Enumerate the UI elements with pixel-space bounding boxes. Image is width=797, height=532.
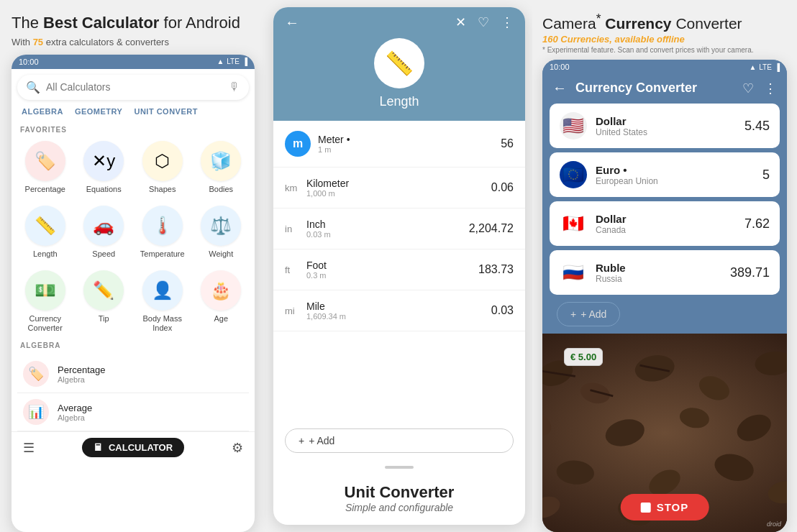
fav-age-label: Age — [214, 314, 228, 324]
fav-equations-label: Equations — [86, 185, 122, 194]
inch-abbr: in — [285, 224, 306, 234]
back-icon[interactable]: ← — [285, 14, 299, 31]
fav-bmi-icon: 👤 — [142, 270, 183, 311]
stop-icon — [641, 503, 651, 513]
flag-ca: 🇨🇦 — [560, 210, 587, 237]
add-currency-plus-icon: + — [570, 308, 576, 320]
cc-back-icon[interactable]: ← — [552, 80, 567, 96]
fav-length-icon: 📏 — [25, 206, 65, 246]
unit-row-foot[interactable]: ft Foot 0.3 m 183.73 — [273, 249, 525, 290]
currency-card-cad[interactable]: 🇨🇦 Dollar Canada 7.62 — [550, 201, 780, 246]
algebra-section: 🏷️ Percentage Algebra 📊 Average Algebra — [12, 355, 255, 431]
algebra-percentage-row[interactable]: 🏷️ Percentage Algebra — [17, 355, 249, 393]
fav-bodies[interactable]: 🧊 Bodies — [193, 137, 250, 198]
search-bar[interactable]: 🔍 🎙 — [17, 75, 249, 100]
fav-temperature[interactable]: 🌡️ Temperature — [135, 201, 191, 263]
unit-row-inch[interactable]: in Inch 0.03 m 2,204.72 — [273, 208, 525, 249]
fav-tip[interactable]: ✏️ Tip — [76, 266, 132, 337]
rub-name: Ruble — [596, 262, 721, 274]
battery-icon: ▐ — [242, 58, 247, 65]
unit-row-mile[interactable]: mi Mile 1,609.34 m 0.03 — [273, 290, 525, 331]
fav-shapes[interactable]: ⬡ Shapes — [135, 137, 191, 198]
km-value: 0.06 — [491, 181, 514, 194]
fav-length[interactable]: 📏 Length — [17, 201, 73, 263]
bottom-bar-1: ☰ 🖩 CALCULATOR ⚙ — [12, 431, 255, 463]
usd-info: Dollar United States — [596, 115, 736, 137]
flag-eu: 🇪🇺 — [560, 161, 587, 188]
fav-tip-label: Tip — [99, 314, 109, 324]
heart-icon[interactable]: ♡ — [478, 14, 489, 31]
cc-heart-icon[interactable]: ♡ — [742, 81, 754, 96]
meter-name: Meter • — [318, 134, 501, 145]
fav-percentage[interactable]: 🏷️ Percentage — [17, 137, 73, 198]
headline-post: for Android — [159, 14, 240, 32]
currency-card-eur[interactable]: 🇪🇺 Euro • European Union 5 — [550, 152, 780, 197]
price-badge: € 5.00 — [564, 348, 603, 366]
panel1-headline: The Best Calculator for Android — [12, 13, 255, 34]
tab-algebra[interactable]: ALGEBRA — [17, 106, 68, 117]
stop-button[interactable]: STOP — [621, 494, 709, 520]
algebra-average-row[interactable]: 📊 Average Algebra — [17, 393, 249, 431]
mile-name: Mile — [306, 301, 491, 312]
fav-equations[interactable]: ✕y Equations — [76, 137, 132, 198]
km-abbr: km — [285, 183, 306, 193]
eur-info: Euro • European Union — [596, 164, 754, 186]
fav-bmi[interactable]: 👤 Body Mass Index — [135, 266, 191, 337]
currency-card-rub[interactable]: 🇷🇺 Ruble Russia 389.71 — [550, 250, 780, 295]
mile-sub: 1,609.34 m — [306, 312, 491, 321]
fav-age[interactable]: 🎂 Age — [193, 266, 250, 337]
search-input[interactable] — [46, 81, 223, 93]
fav-weight[interactable]: ⚖️ Weight — [193, 201, 250, 263]
mic-icon[interactable]: 🎙 — [229, 81, 240, 93]
uc-top-icons: ← ✕ ♡ ⋮ — [273, 7, 525, 38]
unit-title: Length — [379, 94, 419, 109]
algebra-percentage-title: Percentage — [58, 364, 243, 375]
fav-percentage-label: Percentage — [25, 185, 65, 194]
status-bar-1: 10:00 ▲ LTE ▐ — [12, 55, 255, 69]
foot-abbr: ft — [285, 265, 306, 275]
algebra-average-icon: 📊 — [23, 399, 49, 425]
fav-bmi-label: Body Mass Index — [136, 314, 189, 333]
add-currency-button[interactable]: + + Add — [557, 302, 620, 326]
cc-more-icon[interactable]: ⋮ — [764, 81, 777, 96]
panel-2: ← ✕ ♡ ⋮ 📏 Length m Meter • 1 m 56 km — [266, 0, 532, 532]
headline-bold: Best Calculator — [43, 14, 159, 32]
rub-country: Russia — [596, 274, 721, 284]
section-favorites-label: FAVORITES — [12, 121, 255, 137]
inch-name: Inch — [306, 219, 469, 230]
favorites-grid: 🏷️ Percentage ✕y Equations ⬡ Shapes 🧊 Bo… — [12, 137, 255, 338]
usd-value: 5.45 — [744, 119, 770, 134]
plus-icon: + — [299, 435, 304, 446]
fav-currency[interactable]: 💵 Currency Converter — [17, 266, 73, 337]
mile-abbr: mi — [285, 306, 306, 316]
calc-badge-button[interactable]: 🖩 CALCULATOR — [82, 438, 184, 457]
unit-row-meter[interactable]: m Meter • 1 m 56 — [273, 121, 525, 168]
tab-geometry[interactable]: GEOMETRY — [70, 106, 127, 117]
phone-frame-1: 10:00 ▲ LTE ▐ 🔍 🎙 ALGEBRA GEOMETRY UNIT … — [12, 55, 255, 532]
unit-row-km[interactable]: km Kilometer 1,000 m 0.06 — [273, 168, 525, 208]
tab-unit-convert[interactable]: UNIT CONVERT — [129, 106, 202, 117]
foot-info: Foot 0.3 m — [306, 260, 478, 280]
more-icon[interactable]: ⋮ — [501, 14, 514, 31]
cad-country: Canada — [596, 225, 736, 235]
fav-weight-icon: ⚖️ — [201, 206, 241, 246]
cam-star: * — [596, 12, 601, 26]
mile-value: 0.03 — [491, 304, 514, 317]
fav-equations-icon: ✕y — [83, 141, 124, 181]
flag-ru: 🇷🇺 — [560, 259, 587, 286]
fav-temperature-icon: 🌡️ — [142, 206, 183, 246]
usd-name: Dollar — [596, 115, 736, 127]
sub-number: 75 — [33, 37, 43, 47]
currency-card-usd[interactable]: 🇺🇸 Dollar United States 5.45 — [550, 104, 780, 148]
calc-label: CALCULATOR — [109, 442, 173, 453]
close-icon[interactable]: ✕ — [455, 14, 466, 31]
add-unit-button[interactable]: + + Add — [285, 428, 514, 453]
algebra-percentage-sub: Algebra — [58, 375, 243, 384]
foot-name: Foot — [306, 260, 478, 271]
fav-speed[interactable]: 🚗 Speed — [76, 201, 132, 263]
settings-icon[interactable]: ⚙ — [232, 440, 243, 456]
headline-pre: The — [12, 14, 43, 32]
panel-3: Camera* Currency Converter 160 Currencie… — [532, 0, 797, 532]
cc-header: ← Currency Converter ♡ ⋮ — [542, 74, 787, 104]
menu-icon[interactable]: ☰ — [23, 440, 35, 456]
